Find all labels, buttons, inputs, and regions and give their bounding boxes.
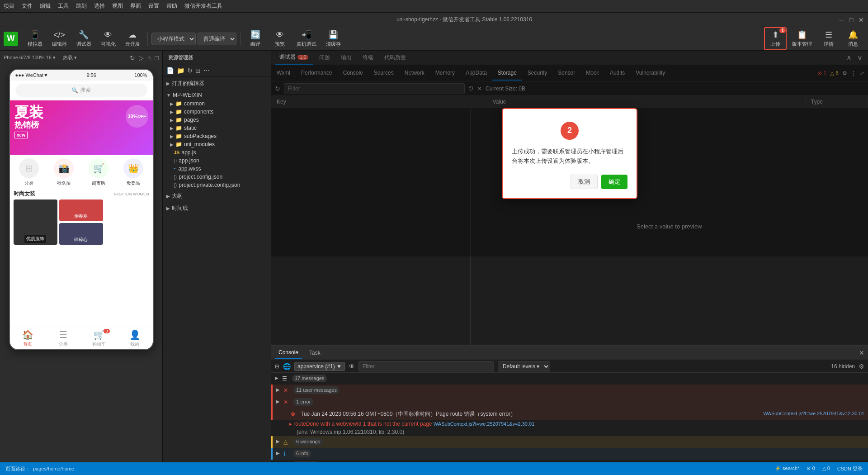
refresh-icon[interactable]: ↻ [130,54,135,62]
detail-button[interactable]: ☰ 详情 [817,28,840,49]
section-timeline-title[interactable]: ▶ 时间线 [163,203,271,214]
log-6warn-expand[interactable]: ▶ [276,438,280,445]
menu-item-tools[interactable]: 工具 [58,2,69,10]
debugger-button[interactable]: 🔧 调试器 [72,28,95,49]
status-csdn[interactable]: CSDN 登录 [837,466,863,472]
device-select[interactable]: Phone 6/7/8 100% 16 ▾ [4,55,56,61]
nav-item-category[interactable]: ☰ 分类 [46,327,81,349]
console-icon-2[interactable]: 🌐 [283,363,291,370]
version-button[interactable]: 📋 版本管理 [788,28,816,49]
log-row-6info[interactable]: ▶ ℹ 6 info [271,448,868,460]
menu-item-edit[interactable]: 编辑 [40,2,51,10]
compile-button[interactable]: 🔄 编译 [244,28,267,49]
log-row-6warnings[interactable]: ▶ △ 6 warnings [271,436,868,448]
simulator-button[interactable]: 📱 模拟器 [24,28,46,49]
folder-uni-label: uni_modules [184,141,215,147]
dialog-confirm-button[interactable]: 确定 [601,175,627,189]
menu-item-wechat[interactable]: 微信开发者工具 [184,2,222,10]
preview-button[interactable]: 👁 预览 [269,28,291,49]
new-folder-icon[interactable]: 📁 [177,67,184,74]
log-6info-expand[interactable]: ▶ [276,450,280,456]
tree-file-projectconfig[interactable]: {} project.config.json [163,173,271,181]
message-button[interactable]: 🔔 消息 [842,28,864,49]
hotload-btn[interactable]: 热载 ▾ [63,54,77,61]
mode-select[interactable]: 小程序模式 [151,33,196,45]
log-error-1-link[interactable]: WASubContext.js?t=we.25207941&v=2.30.01 [764,410,864,418]
category-item-classify[interactable]: ⊞ 分类 [14,158,45,186]
refresh-tree-icon[interactable]: ↻ [187,67,193,74]
section-open-editors-title[interactable]: ▶ 打开的编辑器 [163,78,271,89]
home-icon[interactable]: ⌂ [147,54,151,62]
maximize-button[interactable]: □ [848,17,854,23]
tree-folder-subpackages[interactable]: ▶ 📁 subPackages [163,132,271,140]
menu-item-view[interactable]: 视图 [112,2,123,10]
console-filter-input[interactable] [359,361,494,371]
close-button[interactable]: ✕ [858,17,864,23]
collapse-icon[interactable]: ⊟ [195,67,201,74]
tree-file-projectprivate[interactable]: {} project.private.config.json [163,181,271,189]
log-row-1error[interactable]: ▶ ✕ 1 error [271,396,868,408]
fashion-item-2[interactable]: 倒春寒 [59,200,103,221]
menu-item-help[interactable]: 帮助 [166,2,177,10]
app-title: uni-shop-tigerhzz · 微信开发者工具 Stable 1.06.… [90,16,838,24]
section-mp-weixin-title[interactable]: ▼ MP-WEIXIN [163,90,271,100]
menu-item-interface[interactable]: 界面 [130,2,141,10]
settings-console-icon[interactable]: ⚙ [859,363,864,370]
menu-item-settings[interactable]: 设置 [148,2,159,10]
cloud-label: 云开发 [125,41,140,48]
log-11-expand[interactable]: ▶ [276,386,280,393]
eye-icon[interactable]: 👁 [349,363,355,370]
menu-item-project[interactable]: 项目 [4,2,14,10]
tree-folder-uni-modules[interactable]: ▶ 📁 uni_modules [163,140,271,148]
console-tab-task[interactable]: Task [306,347,324,359]
category-item-flash[interactable]: 📸 秒杀拍 [48,158,80,186]
new-file-icon[interactable]: 📄 [166,67,174,74]
capture-icon[interactable]: □ [155,54,159,62]
console-icon-1[interactable]: ⊟ [275,363,279,370]
log-row-17msg[interactable]: ▶ ☰ 17 messages [271,373,868,385]
tree-file-appjson[interactable]: {} app.json [163,157,271,165]
nav-cart-label: 购物车 [92,341,106,347]
nav-item-home[interactable]: 🏠 首页 [10,327,46,349]
editor-button[interactable]: </> 编辑器 [48,28,71,49]
tree-folder-components[interactable]: ▶ 📁 components [163,108,271,116]
tree-file-appjs[interactable]: JS app.js [163,148,271,157]
log-17-count: 17 messages [292,375,327,382]
play-icon[interactable]: ▷ [139,54,144,62]
appservice-select[interactable]: appservice (#1) ▼ [294,362,345,371]
visualize-button[interactable]: 👁 可视化 [97,28,119,49]
log-row-4verbose[interactable]: ▶ ⚙ 4 verbose [271,460,868,462]
fashion-item-3[interactable]: 碎碎心 [59,223,103,245]
visualize-label: 可视化 [101,41,116,48]
category-item-market[interactable]: 🛒 超市购 [83,158,114,186]
menu-item-goto[interactable]: 跳到 [76,2,87,10]
category-item-baby[interactable]: 👑 母婴品 [118,158,149,186]
section-outline-title[interactable]: ▶ 大纲 [163,191,271,201]
log-1err-expand[interactable]: ▶ [276,398,280,405]
tree-file-appwxss[interactable]: ~ app.wxss [163,165,271,173]
log-row-11msg[interactable]: ▶ ✕ 11 user messages [271,385,868,396]
log-level-select[interactable]: Default levels ▾ [498,361,550,371]
menu-item-file[interactable]: 文件 [22,2,33,10]
log-4verb-expand[interactable]: ▶ [275,461,278,462]
console-tab-console[interactable]: Console [275,347,302,359]
log-expand-icon[interactable]: ▶ [275,375,278,381]
tree-folder-pages[interactable]: ▶ 📁 pages [163,116,271,124]
phone-search-bar[interactable]: 🔍 搜索 [15,84,147,97]
nav-item-profile[interactable]: 👤 我的 [117,327,153,349]
menu-item-select[interactable]: 选择 [94,2,105,10]
dialog-cancel-button[interactable]: 取消 [571,175,598,189]
tree-folder-common[interactable]: ▶ 📁 common [163,100,271,108]
close-console-icon[interactable]: ✕ [859,349,864,356]
cloud-button[interactable]: ☁ 云开发 [121,28,144,49]
nav-item-cart[interactable]: 🛒 购物车 0 [81,327,117,349]
clear-button[interactable]: 💾 清缓存 [322,28,344,49]
tree-folder-static[interactable]: ▶ 📁 static [163,124,271,132]
log-sub-link-1[interactable]: WASubContext.js?t=we.25207941&v=2.30.01 [434,421,534,427]
more-icon[interactable]: ⋯ [203,67,210,74]
compile-select[interactable]: 普通编译 [198,33,236,45]
fashion-item-1[interactable]: 优质服饰 [14,200,57,245]
phone-status-bar: ●●● WeChat▼ 9:56 100% [10,70,153,81]
real-debug-button[interactable]: 📲 真机调试 [293,28,320,49]
minimize-button[interactable]: ─ [838,17,844,23]
